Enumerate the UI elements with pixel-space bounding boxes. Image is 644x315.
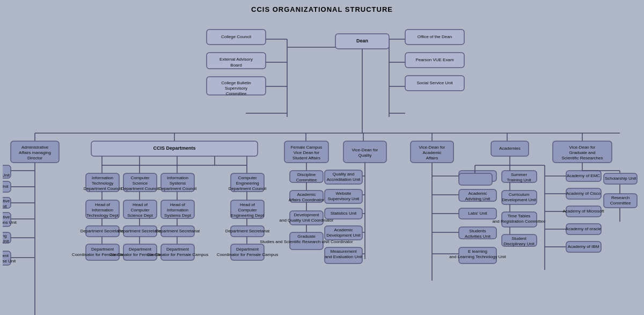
svg-text:Vice-Dean for: Vice-Dean for [352,148,378,152]
svg-text:Administrative: Administrative [3,199,10,203]
svg-text:Computer: Computer [238,175,257,180]
svg-text:Board: Board [230,63,241,68]
svg-text:Academic: Academic [422,150,441,155]
svg-text:Department Secretariat: Department Secretariat [225,229,270,233]
svg-text:Quality and: Quality and [333,172,354,177]
svg-text:Measurement: Measurement [331,249,357,254]
svg-text:Students: Students [469,229,486,233]
svg-text:Student Affairs: Student Affairs [292,156,320,160]
svg-text:Department Council: Department Council [121,186,159,191]
svg-text:Graduate: Graduate [297,234,316,239]
svg-text:Relations Unit: Relations Unit [3,173,10,178]
svg-text:Vice-Dean for: Vice-Dean for [569,145,596,150]
svg-text:Technology: Technology [92,181,113,186]
svg-text:Supervisory Unit: Supervisory Unit [328,196,360,201]
svg-text:Computer: Computer [130,175,149,180]
svg-text:Procurement: Procurement [3,253,9,258]
chart-container: CCIS ORGANIZATIONAL STRUCTURE .n { font-… [0,0,644,315]
svg-text:Labs' Unit: Labs' Unit [468,211,487,216]
svg-text:Head of: Head of [240,202,255,207]
svg-text:Social Service Unit: Social Service Unit [416,80,453,85]
svg-text:Affairs managing: Affairs managing [19,150,51,155]
svg-text:Disciplinary Unit: Disciplinary Unit [503,241,535,246]
svg-text:College Council: College Council [221,34,251,39]
svg-text:Department: Department [236,247,259,252]
svg-text:Affairs Coordinator: Affairs Coordinator [289,197,325,202]
svg-text:External Advisory: External Advisory [219,57,253,62]
svg-text:Quality: Quality [358,153,372,158]
svg-text:Head of: Head of [170,202,186,207]
svg-text:Scientific Researches: Scientific Researches [562,156,603,160]
svg-text:Scholarship Unit: Scholarship Unit [605,176,636,181]
svg-text:Academic: Academic [297,192,316,197]
svg-text:Accreditation Unit: Accreditation Unit [327,177,361,182]
svg-text:Academies: Academies [499,146,521,151]
svg-text:Vice-Dean for: Vice-Dean for [419,145,445,150]
svg-text:Head of: Head of [95,202,111,207]
svg-text:Affairs: Affairs [426,156,438,160]
svg-text:Science: Science [133,181,148,186]
svg-text:Office of the Dean: Office of the Dean [418,34,452,39]
svg-text:Academy of EMC: Academy of EMC [567,173,600,178]
svg-text:Information: Information [92,208,113,213]
svg-text:Department Council: Department Council [84,186,122,191]
svg-text:Director: Director [27,156,42,160]
svg-text:Academy of IBM: Academy of IBM [568,244,599,249]
svg-text:Dean: Dean [356,38,368,43]
svg-text:Science Dept: Science Dept [127,213,153,218]
svg-text:Services Unit: Services Unit [3,239,9,244]
svg-text:Administrative: Administrative [21,145,49,150]
svg-rect-221 [459,173,492,185]
svg-text:Activities Unit: Activities Unit [465,234,491,239]
svg-text:Systems: Systems [170,181,186,186]
svg-text:Advising Unit: Advising Unit [465,196,491,201]
svg-text:Systems Dept: Systems Dept [164,213,192,218]
svg-text:and Learning Technology Unit: and Learning Technology Unit [449,254,506,259]
svg-text:Academy of Microsoft: Academy of Microsoft [563,209,605,214]
svg-text:Supervisory: Supervisory [225,86,247,91]
svg-text:Information: Information [92,175,113,180]
svg-text:Supporting: Supporting [3,233,6,238]
svg-text:Student: Student [511,236,526,241]
svg-text:Computer: Computer [130,208,149,213]
svg-text:Computer: Computer [238,208,257,213]
svg-text:Department: Department [129,247,152,252]
svg-text:Development: Development [294,213,319,217]
svg-text:Information: Information [167,208,188,213]
svg-text:Department: Department [166,247,189,252]
svg-text:Development Unit: Development Unit [326,233,361,238]
svg-text:Information: Information [167,175,188,180]
svg-text:Female Campus: Female Campus [291,145,323,150]
svg-text:Time Tables: Time Tables [508,214,531,218]
svg-text:Department Council: Department Council [229,186,267,191]
svg-text:Engineering: Engineering [236,181,259,186]
svg-text:Affairs Unit: Affairs Unit [3,204,7,209]
svg-text:Academy of Cisco: Academy of Cisco [566,191,601,196]
svg-text:and Evaluation Unit: and Evaluation Unit [325,254,362,259]
svg-text:Head of: Head of [133,202,148,207]
svg-text:Training Unit: Training Unit [507,178,531,182]
svg-text:Department: Department [91,247,114,252]
svg-text:Development Unit: Development Unit [502,197,536,202]
svg-text:Discipline: Discipline [297,172,316,177]
svg-text:Committee: Committee [296,178,317,182]
svg-text:Pearson VUE Exam: Pearson VUE Exam [415,57,453,62]
svg-text:Website: Website [336,191,352,196]
svg-text:Department Council: Department Council [159,186,197,191]
svg-text:Communications Unit: Communications Unit [3,220,17,225]
svg-text:Administrative: Administrative [3,215,10,219]
svg-text:Coordinator for Female Campus: Coordinator for Female Campus [217,252,278,257]
chart-title: CCIS ORGANIZATIONAL STRUCTURE [3,5,641,13]
svg-text:Committee: Committee [610,201,631,206]
svg-text:College Bulletin: College Bulletin [221,80,251,85]
svg-text:Finance Unit: Finance Unit [3,184,9,189]
org-chart-svg: .n { font-family: Arial, sans-serif; fon… [3,18,641,315]
svg-text:E learning: E learning [468,249,487,254]
svg-text:Committee: Committee [226,91,247,96]
svg-text:CCIS Departments: CCIS Departments [153,145,195,151]
svg-text:Academy of oracle: Academy of oracle [566,226,602,231]
svg-text:Graduate and: Graduate and [569,150,596,155]
svg-text:Statistics Unit: Statistics Unit [331,211,357,216]
svg-text:Technology Dept: Technology Dept [86,213,119,218]
svg-text:Department Secretariat: Department Secretariat [156,229,200,233]
